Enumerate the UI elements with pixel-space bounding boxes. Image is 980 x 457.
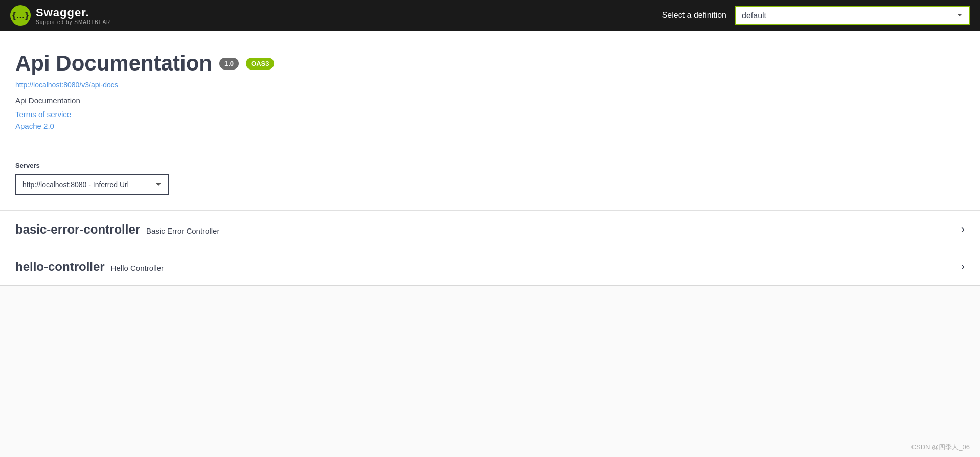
header-right: Select a definition default (662, 6, 970, 25)
controller-left-hello: hello-controller Hello Controller (15, 260, 164, 274)
version-badge: 1.0 (219, 58, 239, 70)
smartbear-label: Supported by SMARTBEAR (36, 19, 110, 25)
select-definition-label: Select a definition (662, 11, 726, 20)
controller-left: basic-error-controller Basic Error Contr… (15, 222, 219, 237)
terms-of-service-link[interactable]: Terms of service (15, 110, 965, 119)
chevron-right-icon-hello: › (961, 260, 965, 273)
api-title-row: Api Documentation 1.0 OAS3 (15, 51, 965, 76)
controller-name: basic-error-controller (15, 222, 140, 237)
logo-text-block: Swagger. Supported by SMARTBEAR (36, 6, 110, 25)
api-title: Api Documentation (15, 51, 212, 76)
hello-controller-description: Hello Controller (111, 264, 164, 272)
logo-area: {…} Swagger. Supported by SMARTBEAR (10, 5, 110, 26)
controller-item-hello[interactable]: hello-controller Hello Controller › (0, 248, 980, 286)
oas-badge: OAS3 (246, 58, 274, 70)
servers-section: Servers http://localhost:8080 - Inferred… (0, 146, 980, 211)
chevron-right-icon: › (961, 223, 965, 236)
swagger-logo-icon: {…} (10, 5, 31, 26)
swagger-name: Swagger. (36, 6, 110, 19)
watermark: CSDN @四季人_06 (911, 443, 970, 452)
hello-controller-name: hello-controller (15, 260, 105, 274)
license-link[interactable]: Apache 2.0 (15, 122, 965, 130)
controller-item-basic-error[interactable]: basic-error-controller Basic Error Contr… (0, 211, 980, 248)
servers-select[interactable]: http://localhost:8080 - Inferred Url (15, 174, 169, 195)
api-url-link[interactable]: http://localhost:8080/v3/api-docs (15, 81, 965, 89)
header: {…} Swagger. Supported by SMARTBEAR Sele… (0, 0, 980, 31)
servers-label: Servers (15, 162, 965, 169)
definition-select[interactable]: default (735, 6, 970, 25)
controller-description: Basic Error Controller (146, 226, 219, 235)
controllers-section: basic-error-controller Basic Error Contr… (0, 211, 980, 286)
api-info-section: Api Documentation 1.0 OAS3 http://localh… (0, 31, 980, 146)
api-description: Api Documentation (15, 96, 965, 105)
